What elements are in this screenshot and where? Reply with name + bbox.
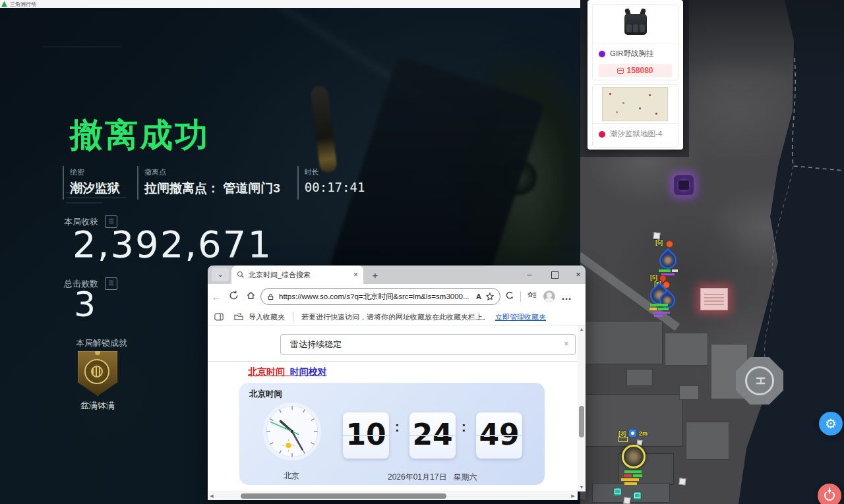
extraction-point: 拉闸撤离点： 管道闸门3: [144, 180, 280, 197]
health-bar: [658, 308, 669, 310]
browser-window: ⌄ 北京时间_综合搜索 × + – × ← https://www.so.com…: [208, 266, 586, 499]
flip-split: [343, 435, 389, 436]
map-item-map-doc-icon[interactable]: [700, 288, 728, 310]
tab-search-icon: [237, 271, 245, 279]
window-title-bar[interactable]: 三角洲行动: [0, 0, 582, 8]
close-window-button[interactable]: ×: [566, 266, 590, 284]
profile-button[interactable]: [541, 291, 558, 302]
tab-title: 北京时间_综合搜索: [249, 270, 349, 280]
manage-favorites-link[interactable]: 立即管理收藏夹: [495, 312, 546, 322]
favorite-star-icon[interactable]: [485, 292, 495, 301]
distance-label: 2m: [639, 430, 648, 437]
health-bar: [624, 474, 632, 477]
scene-faint-text: [66, 197, 127, 198]
armor-bar: [672, 269, 678, 272]
clock-widget-title: 北京时间: [249, 389, 282, 400]
toolbar-divider: [520, 291, 521, 302]
vertical-scroll-thumb[interactable]: [579, 406, 584, 437]
power-fab[interactable]: [818, 484, 841, 504]
favorites-list-icon: [527, 291, 537, 300]
item-image-map: [593, 85, 678, 124]
health-bar: [649, 308, 657, 310]
favorites-list-button[interactable]: [524, 291, 541, 303]
map-name: 潮汐监狱: [70, 180, 120, 197]
vest-art: [640, 24, 645, 32]
extraction-result-title: 撤离成功: [70, 113, 210, 157]
badge-ornament: [95, 350, 100, 355]
minimize-button[interactable]: –: [518, 266, 541, 284]
link-separator: _: [285, 366, 290, 377]
helipad: H: [736, 357, 783, 405]
back-button[interactable]: ←: [208, 291, 225, 302]
scroll-left-icon[interactable]: ◀: [208, 492, 216, 500]
map-item-chestrig-icon[interactable]: [674, 175, 694, 195]
flip-split: [409, 435, 456, 436]
bookmarks-divider: [293, 312, 293, 322]
profile-avatar-icon: [543, 291, 555, 302]
item-price-pill: 158080: [599, 64, 672, 77]
browser-tab-bar: ⌄ 北京时间_综合搜索 × + – ×: [208, 266, 586, 284]
secrecy-label: 绝密: [70, 167, 120, 177]
duration-value: 00:17:41: [305, 180, 365, 194]
tab-close-icon[interactable]: ×: [353, 270, 358, 279]
tab-search-dropdown[interactable]: ⌄: [212, 268, 229, 281]
scroll-up-icon[interactable]: ▲: [578, 325, 586, 333]
rarity-dot: [599, 131, 605, 138]
badge-emblem: [84, 359, 109, 384]
search-input[interactable]: [280, 334, 576, 355]
self-marker: [622, 445, 646, 468]
item-image-chestrig: [593, 5, 678, 43]
horizontal-scrollbar[interactable]: ◀ ▶: [208, 491, 578, 500]
new-tab-button[interactable]: +: [369, 269, 382, 282]
map-building: [686, 422, 729, 460]
browser-toolbar: ← https://www.so.com/s?q=北京时间&src=lm&ls=…: [208, 284, 586, 309]
more-menu-button[interactable]: …: [558, 291, 575, 302]
map-crate-icon: [653, 232, 660, 239]
scene-faint-text: [66, 202, 102, 204]
import-favorites-label[interactable]: 导入收藏夹: [249, 312, 285, 322]
loot-card[interactable]: GIR野战胸挂 158080: [592, 4, 678, 80]
settings-fab[interactable]: ⚙: [819, 412, 843, 435]
beijing-time-link[interactable]: 北京时间: [248, 366, 285, 377]
horizontal-scroll-thumb[interactable]: [241, 493, 446, 499]
health-bar: [659, 269, 671, 272]
home-button[interactable]: [242, 291, 259, 303]
map-doc-mark: [649, 94, 651, 96]
read-aloud-icon[interactable]: A: [476, 293, 481, 300]
health-bar: [624, 470, 642, 473]
duration-label: 时长: [305, 167, 365, 177]
clock-date-text: 2026年01月17日: [388, 472, 446, 482]
vertical-scrollbar[interactable]: ▲ ▼: [578, 325, 586, 491]
scene-bullet-blur: [310, 85, 338, 173]
extraction-label: 撤离点: [144, 167, 280, 177]
map-building: [592, 483, 670, 503]
maximize-button[interactable]: [543, 266, 566, 284]
squad-count-label: [5]: [655, 239, 663, 246]
clear-search-icon[interactable]: ×: [564, 339, 569, 349]
import-folder-icon: [234, 313, 243, 321]
stamina-bar: [624, 482, 637, 485]
scroll-right-icon[interactable]: ▶: [569, 492, 577, 500]
time-calibration-link[interactable]: 时间校对: [290, 366, 327, 377]
map-doc-mark: [622, 102, 624, 104]
url-text[interactable]: https://www.so.com/s?q=北京时间&src=lm&ls=sm…: [279, 292, 472, 302]
kills-detail-icon[interactable]: ☰: [105, 277, 117, 290]
item-name: GIR野战胸挂: [610, 49, 653, 59]
achievement-badge[interactable]: [78, 351, 117, 396]
refresh-icon: [229, 291, 239, 300]
window-title: 三角洲行动: [10, 1, 36, 7]
address-bar[interactable]: https://www.so.com/s?q=北京时间&src=lm&ls=sm…: [260, 288, 500, 305]
teammate-icon: [628, 429, 637, 437]
loot-card[interactable]: 潮汐监狱地图-4: [592, 84, 678, 148]
browser-tab[interactable]: 北京时间_综合搜索 ×: [231, 266, 363, 284]
health-bar: [650, 304, 668, 306]
scroll-down-icon[interactable]: ▼: [578, 484, 586, 491]
screen: 三角洲行动 撤离成功 绝密 潮汐监狱 撤离点 拉闸撤离点： 管道闸门3 时长 0…: [0, 0, 844, 504]
beijing-time-widget: 北京时间: [239, 383, 545, 485]
copilot-icon[interactable]: [500, 291, 518, 303]
clock-date: 2026年01月17日 星期六: [388, 472, 477, 483]
sidebar-icon[interactable]: [214, 313, 224, 321]
squad-count-label: [5]: [650, 274, 657, 281]
refresh-button[interactable]: [225, 291, 242, 303]
clock-weekday: 星期六: [453, 472, 477, 482]
